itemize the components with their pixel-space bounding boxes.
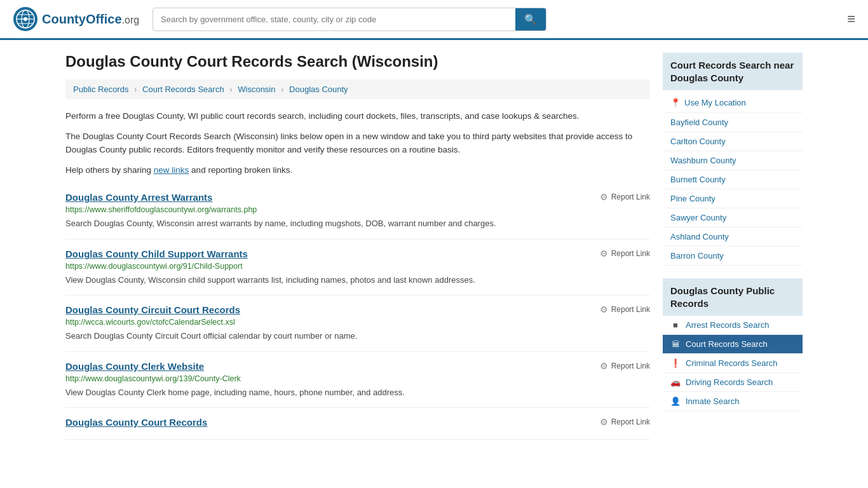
public-records-label-1: Court Records Search bbox=[686, 339, 768, 349]
public-records-item-0[interactable]: ■Arrest Records Search bbox=[663, 316, 803, 335]
public-records-section: Douglas County Public Records ■Arrest Re… bbox=[663, 278, 803, 411]
nearby-county-4[interactable]: Pine County bbox=[663, 189, 803, 208]
record-title-0[interactable]: Douglas County Arrest Warrants bbox=[65, 192, 212, 203]
public-records-icon-1: 🏛 bbox=[670, 339, 681, 349]
nearby-section: Court Records Search near Douglas County… bbox=[663, 53, 803, 268]
record-title-3[interactable]: Douglas County Clerk Website bbox=[65, 361, 204, 372]
report-link-0[interactable]: ⚙ Report Link bbox=[600, 192, 650, 202]
breadcrumb-douglas-county[interactable]: Douglas County bbox=[289, 85, 348, 94]
report-icon-0: ⚙ bbox=[600, 192, 608, 202]
record-url-0[interactable]: https://www.sheriffofdouglascountywi.org… bbox=[65, 205, 650, 214]
records-list: Douglas County Arrest Warrants ⚙ Report … bbox=[65, 183, 650, 440]
record-desc-0: Search Douglas County, Wisconsin arrest … bbox=[65, 217, 650, 230]
nearby-county-6[interactable]: Ashland County bbox=[663, 227, 803, 247]
nearby-county-7[interactable]: Barron County bbox=[663, 247, 803, 266]
record-desc-2: Search Douglas County Circuit Court offi… bbox=[65, 330, 650, 342]
public-records-label-3: Driving Records Search bbox=[686, 377, 773, 387]
logo-area: CountyOffice.org bbox=[13, 6, 140, 32]
report-link-4[interactable]: ⚙ Report Link bbox=[600, 417, 650, 427]
public-records-header: Douglas County Public Records bbox=[663, 278, 803, 316]
use-my-location[interactable]: 📍 Use My Location bbox=[663, 93, 803, 113]
breadcrumb-wisconsin[interactable]: Wisconsin bbox=[238, 85, 275, 94]
report-link-1[interactable]: ⚙ Report Link bbox=[600, 248, 650, 259]
public-records-label-0: Arrest Records Search bbox=[686, 320, 770, 330]
record-item: Douglas County Child Support Warrants ⚙ … bbox=[65, 240, 650, 296]
breadcrumb-court-records-search[interactable]: Court Records Search bbox=[142, 85, 224, 94]
location-icon: 📍 bbox=[670, 98, 681, 107]
record-desc-3: View Douglas County Clerk home page, inc… bbox=[65, 386, 650, 399]
public-records-item-3[interactable]: 🚗Driving Records Search bbox=[663, 373, 803, 392]
record-url-1[interactable]: https://www.douglascountywi.org/91/Child… bbox=[65, 262, 650, 271]
nearby-county-1[interactable]: Carlton County bbox=[663, 132, 803, 151]
report-icon-3: ⚙ bbox=[600, 361, 608, 371]
logo-icon bbox=[13, 6, 38, 32]
public-records-icon-4: 👤 bbox=[670, 396, 681, 406]
nearby-links: 📍 Use My Location Bayfield CountyCarlton… bbox=[663, 90, 803, 268]
nearby-county-2[interactable]: Washburn County bbox=[663, 151, 803, 170]
record-item: Douglas County Circuit Court Records ⚙ R… bbox=[65, 295, 650, 352]
content-area: Douglas County Court Records Search (Wis… bbox=[65, 53, 650, 440]
public-records-label-4: Inmate Search bbox=[686, 396, 740, 406]
nearby-header: Court Records Search near Douglas County bbox=[663, 53, 803, 90]
nearby-county-3[interactable]: Burnett County bbox=[663, 170, 803, 189]
search-bar: 🔍 bbox=[153, 8, 546, 31]
record-item: Douglas County Arrest Warrants ⚙ Report … bbox=[65, 183, 650, 240]
search-input[interactable] bbox=[153, 10, 515, 29]
nearby-counties: Bayfield CountyCarlton CountyWashburn Co… bbox=[663, 113, 803, 266]
public-records-item-4[interactable]: 👤Inmate Search bbox=[663, 392, 803, 411]
site-header: CountyOffice.org 🔍 ≡ bbox=[0, 0, 868, 40]
record-title-2[interactable]: Douglas County Circuit Court Records bbox=[65, 304, 240, 315]
record-title-1[interactable]: Douglas County Child Support Warrants bbox=[65, 248, 248, 259]
breadcrumb-public-records[interactable]: Public Records bbox=[73, 85, 128, 94]
public-records-label-2: Criminal Records Search bbox=[686, 358, 778, 368]
intro-paragraph-2: The Douglas County Court Records Search … bbox=[65, 130, 650, 157]
menu-icon[interactable]: ≡ bbox=[847, 11, 855, 27]
public-records-icon-3: 🚗 bbox=[670, 377, 681, 387]
record-item: Douglas County Court Records ⚙ Report Li… bbox=[65, 408, 650, 440]
record-title-4[interactable]: Douglas County Court Records bbox=[65, 417, 207, 428]
sidebar: Court Records Search near Douglas County… bbox=[663, 53, 803, 440]
record-url-2[interactable]: http://wcca.wicourts.gov/ctofcCalendarSe… bbox=[65, 318, 650, 327]
search-button[interactable]: 🔍 bbox=[515, 8, 546, 30]
main-container: Douglas County Court Records Search (Wis… bbox=[53, 40, 815, 452]
report-icon-2: ⚙ bbox=[600, 304, 608, 315]
page-title: Douglas County Court Records Search (Wis… bbox=[65, 53, 650, 71]
report-icon-4: ⚙ bbox=[600, 417, 608, 427]
report-link-2[interactable]: ⚙ Report Link bbox=[600, 304, 650, 315]
public-records-list: ■Arrest Records Search🏛Court Records Sea… bbox=[663, 316, 803, 411]
intro-paragraph-1: Perform a free Douglas County, WI public… bbox=[65, 109, 650, 123]
svg-point-6 bbox=[24, 17, 27, 21]
public-records-icon-0: ■ bbox=[670, 320, 681, 330]
report-link-3[interactable]: ⚙ Report Link bbox=[600, 361, 650, 371]
nearby-county-0[interactable]: Bayfield County bbox=[663, 113, 803, 132]
nearby-county-5[interactable]: Sawyer County bbox=[663, 208, 803, 227]
logo-text: CountyOffice.org bbox=[42, 12, 139, 27]
public-records-item-1[interactable]: 🏛Court Records Search bbox=[663, 335, 803, 354]
record-desc-1: View Douglas County, Wisconsin child sup… bbox=[65, 274, 650, 287]
public-records-icon-2: ❗ bbox=[670, 358, 681, 368]
report-icon-1: ⚙ bbox=[600, 248, 608, 259]
public-records-item-2[interactable]: ❗Criminal Records Search bbox=[663, 354, 803, 373]
record-item: Douglas County Clerk Website ⚙ Report Li… bbox=[65, 352, 650, 409]
record-url-3[interactable]: http://www.douglascountywi.org/139/Count… bbox=[65, 374, 650, 383]
intro-paragraph-3: Help others by sharing new links and rep… bbox=[65, 163, 650, 177]
new-links-link[interactable]: new links bbox=[154, 165, 189, 175]
breadcrumb: Public Records › Court Records Search › … bbox=[65, 79, 650, 99]
